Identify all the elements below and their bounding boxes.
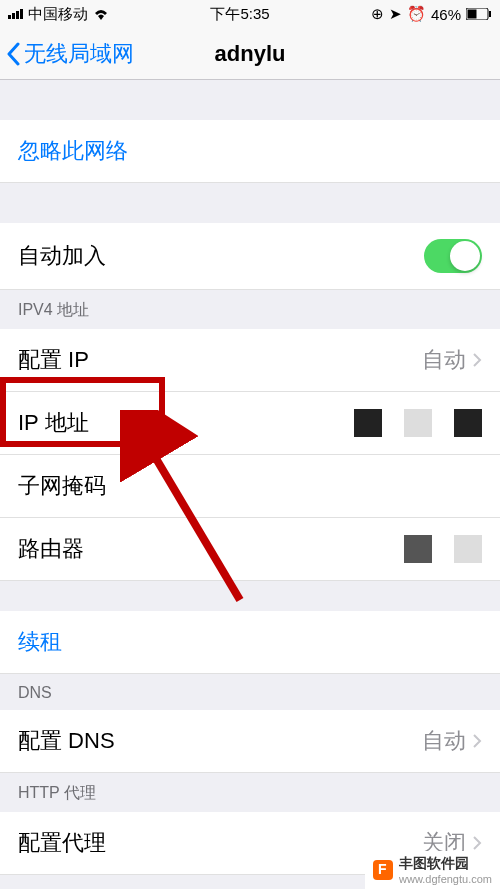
- watermark: 丰图软件园 www.dgfengtu.com: [365, 851, 500, 889]
- battery-percent: 46%: [431, 6, 461, 23]
- subnet-mask-label: 子网掩码: [18, 471, 106, 501]
- chevron-left-icon: [6, 42, 20, 66]
- wifi-icon: [93, 6, 109, 23]
- ip-address-row: IP 地址: [0, 392, 500, 455]
- configure-proxy-label: 配置代理: [18, 828, 106, 858]
- auto-join-row: 自动加入: [0, 223, 500, 290]
- chevron-right-icon: [472, 733, 482, 749]
- carrier-label: 中国移动: [28, 5, 88, 24]
- renew-lease-label: 续租: [18, 627, 62, 657]
- configure-dns-label: 配置 DNS: [18, 726, 115, 756]
- back-label: 无线局域网: [24, 39, 134, 69]
- status-bar: 中国移动 下午5:35 ⊕ ➤ ⏰ 46%: [0, 0, 500, 28]
- battery-icon: [466, 6, 492, 23]
- ipv4-header: IPV4 地址: [0, 290, 500, 329]
- svg-rect-1: [467, 9, 476, 18]
- location-icon: ➤: [389, 5, 402, 23]
- renew-lease-button[interactable]: 续租: [0, 611, 500, 674]
- router-row: 路由器: [0, 518, 500, 581]
- http-proxy-header: HTTP 代理: [0, 773, 500, 812]
- svg-rect-2: [489, 11, 491, 17]
- signal-icon: [8, 9, 23, 19]
- configure-dns-row[interactable]: 配置 DNS 自动: [0, 710, 500, 773]
- configure-ip-label: 配置 IP: [18, 345, 89, 375]
- configure-ip-value: 自动: [422, 345, 466, 375]
- auto-join-toggle[interactable]: [424, 239, 482, 273]
- alarm-icon: ⏰: [407, 5, 426, 23]
- back-button[interactable]: 无线局域网: [0, 39, 134, 69]
- nav-bar: 无线局域网 adnylu: [0, 28, 500, 80]
- chevron-right-icon: [472, 835, 482, 851]
- status-time: 下午5:35: [210, 5, 269, 24]
- dns-header: DNS: [0, 674, 500, 710]
- forget-network-label: 忽略此网络: [18, 136, 128, 166]
- subnet-mask-row: 子网掩码: [0, 455, 500, 518]
- status-left: 中国移动: [8, 5, 109, 24]
- status-right: ⊕ ➤ ⏰ 46%: [371, 5, 492, 23]
- configure-dns-value: 自动: [422, 726, 466, 756]
- ip-address-label: IP 地址: [18, 408, 89, 438]
- ip-address-value: [354, 409, 482, 437]
- forget-network-button[interactable]: 忽略此网络: [0, 120, 500, 183]
- router-value: [404, 535, 482, 563]
- watermark-logo-icon: [373, 860, 393, 880]
- watermark-url: www.dgfengtu.com: [399, 873, 492, 885]
- chevron-right-icon: [472, 352, 482, 368]
- auto-join-label: 自动加入: [18, 241, 106, 271]
- watermark-name: 丰图软件园: [399, 855, 492, 873]
- lock-icon: ⊕: [371, 5, 384, 23]
- configure-ip-row[interactable]: 配置 IP 自动: [0, 329, 500, 392]
- router-label: 路由器: [18, 534, 84, 564]
